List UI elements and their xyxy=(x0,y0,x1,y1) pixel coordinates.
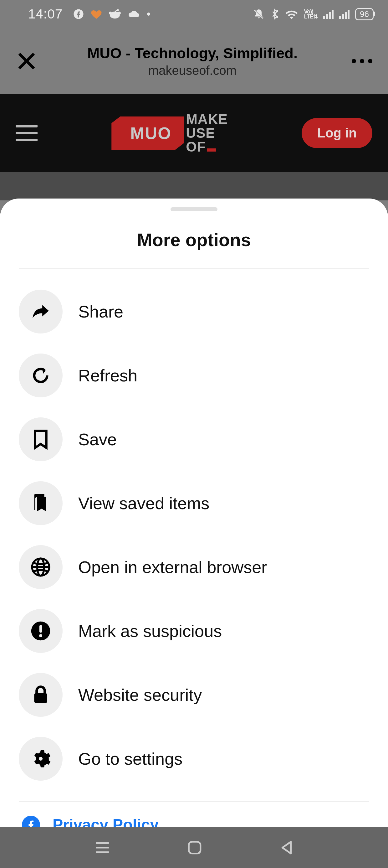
mark-suspicious-option[interactable]: Mark as suspicious xyxy=(19,599,369,663)
recents-button[interactable] xyxy=(95,841,110,854)
open-external-option[interactable]: Open in external browser xyxy=(19,535,369,599)
close-button[interactable] xyxy=(15,50,41,72)
system-nav-bar xyxy=(0,827,388,868)
site-header: MUO MAKE USE OF Log in xyxy=(0,94,388,172)
svg-point-8 xyxy=(277,17,278,18)
page-title: MUO - Technology, Simplified. xyxy=(41,44,344,62)
svg-rect-17 xyxy=(34,693,47,703)
share-icon xyxy=(19,290,63,334)
view-saved-option[interactable]: View saved items xyxy=(19,471,369,535)
site-logo[interactable]: MUO MAKE USE OF xyxy=(37,113,302,154)
gear-icon xyxy=(19,737,63,781)
hamburger-icon[interactable] xyxy=(15,125,37,141)
logo-full: MAKE USE OF xyxy=(186,113,228,154)
svg-rect-22 xyxy=(189,842,201,854)
svg-point-7 xyxy=(277,11,278,11)
heart-rate-icon xyxy=(91,9,102,20)
facebook-notif-icon xyxy=(73,9,84,20)
option-label: Mark as suspicious xyxy=(78,621,222,641)
status-left: 14:07 xyxy=(28,7,150,22)
go-to-settings-option[interactable]: Go to settings xyxy=(19,727,369,790)
options-sheet: More options Share Refresh Save View s xyxy=(0,198,388,868)
bookmarks-icon xyxy=(19,481,63,525)
back-button[interactable] xyxy=(279,840,293,856)
refresh-option[interactable]: Refresh xyxy=(19,343,369,407)
option-label: Website security xyxy=(78,685,202,705)
option-label: View saved items xyxy=(78,494,209,513)
option-label: Go to settings xyxy=(78,749,183,768)
login-button[interactable]: Log in xyxy=(302,118,373,148)
save-option[interactable]: Save xyxy=(19,407,369,471)
more-menu-button[interactable] xyxy=(344,59,373,63)
wifi-icon xyxy=(285,9,298,20)
reddit-icon xyxy=(109,9,121,20)
browser-title-area: MUO - Technology, Simplified. makeuseof.… xyxy=(41,44,344,78)
bluetooth-icon xyxy=(270,8,280,20)
svg-point-18 xyxy=(39,757,42,761)
option-label: Open in external browser xyxy=(78,557,267,577)
svg-point-16 xyxy=(39,634,42,637)
signal-2-icon xyxy=(339,9,350,19)
mute-icon xyxy=(253,8,264,20)
overlay-dim xyxy=(0,172,388,200)
more-notif-icon xyxy=(147,12,150,16)
volte-icon: Vo))LTE⇅ xyxy=(304,9,318,19)
refresh-icon xyxy=(19,353,63,397)
home-button[interactable] xyxy=(187,840,202,856)
cloud-icon xyxy=(128,10,140,19)
lock-icon xyxy=(19,673,63,717)
svg-point-2 xyxy=(109,11,112,15)
svg-rect-15 xyxy=(39,625,42,633)
logo-abbr: MUO xyxy=(111,117,184,150)
battery-indicator: 96 xyxy=(355,8,374,20)
status-time: 14:07 xyxy=(28,7,63,22)
sheet-handle[interactable] xyxy=(170,207,218,211)
alert-icon xyxy=(19,609,63,653)
option-label: Refresh xyxy=(78,366,137,385)
page-url: makeuseof.com xyxy=(41,64,344,78)
svg-point-3 xyxy=(118,11,121,15)
status-bar: 14:07 Vo))LTE⇅ 96 xyxy=(0,0,388,28)
option-label: Save xyxy=(78,430,117,449)
bookmark-icon xyxy=(19,417,63,461)
option-label: Share xyxy=(78,302,123,321)
sheet-title: More options xyxy=(0,229,388,250)
options-list: Share Refresh Save View saved items Open xyxy=(0,269,388,790)
share-option[interactable]: Share xyxy=(19,280,369,343)
status-right: Vo))LTE⇅ 96 xyxy=(253,8,374,20)
website-security-option[interactable]: Website security xyxy=(19,663,369,727)
signal-1-icon xyxy=(323,9,333,19)
globe-icon xyxy=(19,545,63,589)
browser-chrome: MUO - Technology, Simplified. makeuseof.… xyxy=(0,28,388,94)
